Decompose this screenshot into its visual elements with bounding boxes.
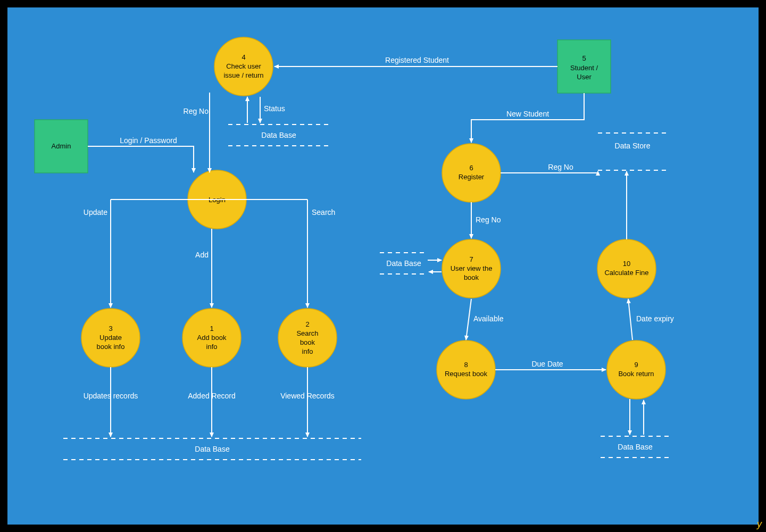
datastore-return: Data Base (601, 436, 670, 458)
svg-text:Data Store: Data Store (615, 142, 651, 150)
svg-text:book: book (300, 338, 315, 346)
svg-text:Viewed Records: Viewed Records (280, 392, 335, 400)
flow-register-ds (501, 171, 598, 173)
svg-text:Reg No: Reg No (548, 163, 573, 171)
process-check-user-num: 4 (242, 53, 245, 61)
svg-text:Add: Add (195, 251, 209, 259)
svg-text:Request book: Request book (445, 370, 488, 378)
process-add-book: 1 Add book info (182, 309, 241, 367)
svg-text:info: info (206, 343, 218, 351)
process-calc-fine: 10 Calculate Fine (597, 239, 656, 298)
flow-admin-login (88, 146, 194, 172)
entity-student-user: 5 Student / User (557, 40, 611, 93)
svg-text:Registered Student: Registered Student (385, 56, 449, 64)
datastore-view: Data Base (380, 253, 428, 274)
svg-text:issue / return: issue / return (223, 71, 263, 79)
svg-text:8: 8 (464, 361, 468, 369)
svg-text:2: 2 (305, 320, 309, 328)
datastore-check: Data Base (228, 124, 329, 146)
process-request-book: 8 Request book (437, 340, 495, 399)
datastore-reg: Data Store (598, 133, 667, 170)
process-view-book: 7 User view the book (442, 239, 501, 298)
entity-admin-label: Admin (52, 142, 71, 150)
svg-text:3: 3 (109, 325, 112, 332)
svg-text:Data Base: Data Base (195, 445, 230, 453)
svg-text:6: 6 (469, 164, 473, 172)
svg-text:Reg No: Reg No (476, 215, 501, 224)
svg-text:Data Base: Data Base (261, 131, 296, 139)
svg-text:Calculate Fine: Calculate Fine (604, 269, 648, 277)
process-search-book: 2 Search book info (278, 309, 337, 367)
entity-admin: Admin (35, 120, 88, 173)
process-book-return: 9 Book return (607, 340, 665, 399)
svg-text:info: info (302, 347, 313, 355)
svg-text:Date expiry: Date expiry (636, 314, 674, 323)
svg-text:Updates records: Updates records (84, 392, 138, 400)
svg-text:Update: Update (99, 334, 122, 342)
svg-text:7: 7 (469, 255, 473, 263)
svg-text:Data Base: Data Base (386, 259, 421, 268)
entity-student-l1: Student / (570, 64, 598, 72)
svg-text:Search: Search (312, 208, 335, 217)
entity-student-num: 5 (582, 54, 586, 62)
svg-text:Register: Register (459, 173, 485, 181)
datastore-books: Data Base (63, 438, 361, 460)
entity-student-l2: User (577, 73, 592, 81)
svg-text:New Student: New Student (506, 110, 549, 118)
svg-text:Available: Available (473, 314, 504, 323)
svg-text:User view the: User view the (451, 264, 493, 272)
process-register: 6 Register (442, 144, 501, 202)
svg-text:Status: Status (264, 104, 285, 113)
svg-text:Update: Update (84, 208, 107, 217)
svg-text:Search: Search (296, 329, 318, 337)
svg-text:book info: book info (97, 343, 125, 351)
flow-view-request (466, 299, 471, 340)
svg-text:Data Base: Data Base (618, 443, 653, 451)
svg-text:Added Record: Added Record (188, 392, 236, 400)
svg-text:Book return: Book return (618, 370, 654, 378)
svg-text:Reg No: Reg No (184, 107, 209, 115)
svg-text:book: book (464, 273, 479, 281)
svg-point-15 (278, 309, 337, 367)
svg-text:Check user: Check user (226, 62, 261, 70)
svg-text:10: 10 (623, 260, 630, 268)
process-check-user: 4 Check user issue / return (214, 37, 273, 96)
svg-text:Due Date: Due Date (531, 360, 563, 368)
svg-text:9: 9 (634, 361, 638, 369)
flow-return-fine (628, 299, 632, 340)
svg-text:1: 1 (210, 325, 213, 332)
process-update-book: 3 Update book info (81, 309, 140, 367)
svg-text:Add book: Add book (197, 334, 227, 342)
svg-text:Login / Password: Login / Password (120, 136, 177, 145)
